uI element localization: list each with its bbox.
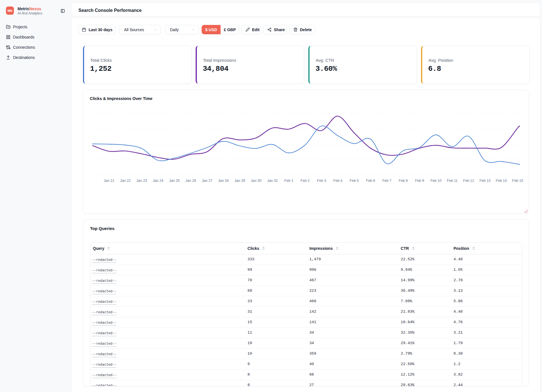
svg-text:Jan 23: Jan 23 <box>136 179 147 183</box>
svg-text:Feb 4: Feb 4 <box>333 179 342 183</box>
svg-text:Feb 12: Feb 12 <box>463 179 474 183</box>
svg-text:Feb 11: Feb 11 <box>447 179 458 183</box>
svg-text:Jan 24: Jan 24 <box>153 179 163 183</box>
svg-text:Feb 14: Feb 14 <box>496 179 507 183</box>
svg-text:Jan 28: Jan 28 <box>218 179 229 183</box>
svg-text:Jan 27: Jan 27 <box>202 179 213 183</box>
svg-text:Jan 22: Jan 22 <box>120 179 131 183</box>
svg-text:Jan 21: Jan 21 <box>104 179 114 183</box>
svg-text:Feb 15: Feb 15 <box>512 179 523 183</box>
svg-text:Jan 30: Jan 30 <box>251 179 262 183</box>
svg-text:Feb 1: Feb 1 <box>284 179 293 183</box>
svg-text:Feb 10: Feb 10 <box>430 179 441 183</box>
svg-text:Jan 31: Jan 31 <box>267 179 278 183</box>
svg-text:Feb 9: Feb 9 <box>415 179 424 183</box>
svg-text:Feb 8: Feb 8 <box>399 179 408 183</box>
svg-text:Jan 26: Jan 26 <box>185 179 196 183</box>
svg-text:Feb 7: Feb 7 <box>382 179 391 183</box>
svg-text:Jan 25: Jan 25 <box>169 179 180 183</box>
svg-text:Feb 13: Feb 13 <box>479 179 490 183</box>
svg-text:Feb 2: Feb 2 <box>301 179 310 183</box>
svg-text:Jan 29: Jan 29 <box>234 179 245 183</box>
svg-text:Feb 6: Feb 6 <box>366 179 375 183</box>
svg-text:Feb 3: Feb 3 <box>317 179 326 183</box>
svg-text:Feb 5: Feb 5 <box>350 179 359 183</box>
